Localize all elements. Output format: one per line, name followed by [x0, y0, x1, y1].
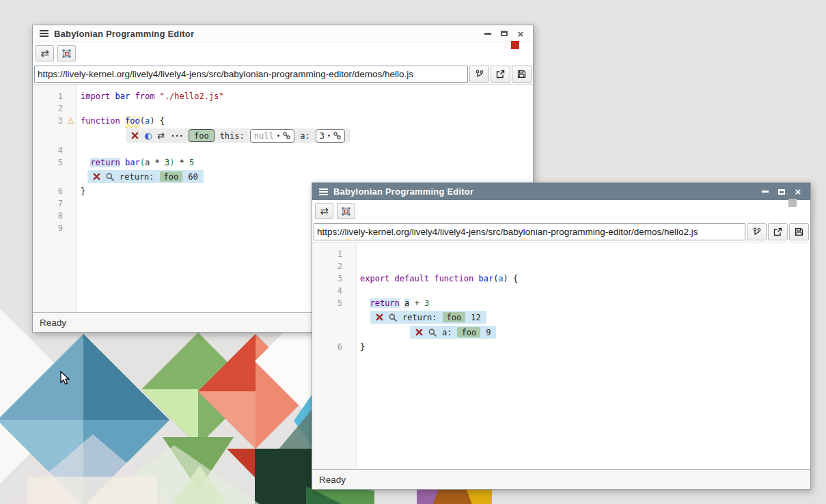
code-line[interactable]: return bar(a * 3) * 5	[77, 156, 194, 169]
inspect-probe-icon[interactable]	[389, 313, 397, 322]
chevron-down-icon: ▾	[277, 130, 280, 142]
branch-icon	[475, 70, 484, 79]
probe-example-chip[interactable]: foo	[457, 327, 480, 337]
code-line-row: 1	[312, 248, 810, 260]
code-line[interactable]: }	[356, 341, 365, 353]
example-value-dropdown[interactable]: 3▾	[316, 129, 346, 143]
link-icon[interactable]	[283, 132, 290, 139]
url-input[interactable]	[34, 66, 468, 83]
remove-probe-icon[interactable]	[415, 328, 423, 336]
status-text: Ready	[40, 318, 66, 328]
editor-window-hello2-js: Babylonian Programming Editor × ⇄ 123exp…	[312, 182, 811, 490]
save-file-button[interactable]	[512, 66, 532, 83]
example-widget-row: ◐⇄···foothis:null▾a:3▾	[33, 128, 533, 143]
code-line[interactable]: import bar from "./hello2.js"	[77, 90, 224, 102]
code-line[interactable]: }	[77, 185, 85, 197]
example-widget: ◐⇄···foothis:null▾a:3▾	[126, 128, 350, 143]
swap-arrows-icon: ⇄	[320, 206, 329, 216]
version-history-button[interactable]	[469, 66, 489, 83]
swap-arrows-icon: ⇄	[40, 48, 49, 59]
line-number: 5	[33, 156, 77, 169]
probe-value: 9	[486, 326, 491, 339]
remove-probe-icon[interactable]	[376, 313, 383, 321]
remove-probe-icon[interactable]	[93, 173, 100, 180]
probe-widget: a:foo9	[410, 326, 496, 339]
wallpaper-shape	[255, 449, 313, 504]
remove-example-icon[interactable]	[131, 132, 139, 139]
code-editor[interactable]: 123export default function bar(a) {45 re…	[312, 242, 810, 469]
code-line-row: 3⚠function foo(a) {	[33, 115, 533, 127]
example-value-dropdown[interactable]: null▾	[250, 129, 294, 143]
titlebar[interactable]: Babylonian Programming Editor ×	[312, 183, 810, 200]
probe-label: a:	[442, 326, 452, 339]
code-line[interactable]: ◐⇄···foothis:null▾a:3▾	[77, 128, 350, 143]
halo-select-button[interactable]	[337, 203, 355, 219]
open-external-button[interactable]	[491, 66, 510, 83]
probe-widget: return:foo60	[87, 170, 204, 183]
minimize-button[interactable]	[480, 27, 496, 40]
inspect-probe-icon[interactable]	[106, 173, 114, 181]
link-icon[interactable]	[333, 132, 341, 139]
code-line-row: 4	[33, 144, 533, 156]
hamburger-menu-icon[interactable]	[319, 188, 328, 195]
code-line-row: 5 return bar(a * 3) * 5	[33, 156, 533, 169]
swap-icon[interactable]: ⇄	[157, 131, 165, 140]
code-line-row: 6}	[312, 341, 810, 353]
code-line[interactable]: function foo(a) {	[77, 115, 165, 127]
code-line-row: 2	[312, 260, 810, 272]
probe-widget-row: return:foo12	[312, 311, 810, 324]
example-name-chip[interactable]: foo	[189, 129, 215, 142]
more-options-icon[interactable]: ···	[170, 130, 183, 142]
url-input[interactable]	[314, 223, 745, 240]
probe-value: 12	[471, 311, 480, 324]
line-number: 7	[33, 197, 77, 210]
halo-select-button[interactable]	[57, 45, 76, 61]
branch-icon	[752, 227, 761, 236]
status-text: Ready	[319, 475, 346, 485]
code-line-row: 1import bar from "./hello2.js"	[33, 90, 533, 102]
line-number: 1	[312, 248, 356, 260]
swap-arrows-button[interactable]: ⇄	[315, 203, 333, 219]
probe-widget-row: return:foo60	[33, 170, 533, 184]
save-file-button[interactable]	[789, 223, 809, 240]
line-number: 4	[312, 285, 356, 297]
hamburger-menu-icon[interactable]	[40, 30, 49, 37]
code-line-row: 3export default function bar(a) {	[312, 272, 810, 285]
close-button[interactable]: ×	[512, 27, 529, 40]
maximize-button[interactable]	[496, 27, 512, 40]
example-field-label: this:	[220, 130, 245, 142]
swap-arrows-button[interactable]: ⇄	[36, 45, 54, 61]
probe-widget-row: a:foo9	[312, 326, 810, 339]
url-bar	[33, 65, 533, 85]
code-line[interactable]: return:foo12	[356, 311, 486, 324]
code-line[interactable]: return:foo60	[77, 170, 204, 184]
minimize-button[interactable]	[757, 185, 773, 199]
probe-example-chip[interactable]: foo	[160, 171, 183, 182]
toggle-example-icon[interactable]: ◐	[144, 131, 152, 140]
close-button[interactable]: ×	[790, 185, 806, 199]
probe-example-chip[interactable]: foo	[443, 312, 466, 322]
code-line-row: 5 return a + 3	[312, 297, 810, 309]
code-line[interactable]: return a + 3	[356, 297, 429, 309]
titlebar[interactable]: Babylonian Programming Editor ×	[33, 25, 533, 42]
mouse-cursor	[60, 371, 71, 386]
version-history-button[interactable]	[747, 223, 767, 240]
window-title: Babylonian Programming Editor	[333, 186, 473, 197]
line-number: 3	[312, 272, 356, 285]
lint-warning-icon: ⚠	[67, 115, 74, 127]
modified-indicator	[511, 41, 519, 49]
line-number: 3⚠	[33, 115, 77, 127]
code-line[interactable]: a:foo9	[356, 326, 496, 339]
status-bar: Ready	[312, 469, 810, 489]
line-number: 8	[33, 210, 77, 222]
toolbar: ⇄	[33, 42, 533, 65]
inspect-probe-icon[interactable]	[428, 328, 437, 337]
open-external-button[interactable]	[768, 223, 788, 240]
code-line[interactable]: export default function bar(a) {	[356, 272, 518, 285]
save-icon	[795, 227, 803, 236]
code-line-row: 4	[312, 285, 810, 297]
dropdown-value: 3	[320, 130, 325, 142]
maximize-button[interactable]	[773, 185, 790, 199]
dropdown-value: null	[254, 130, 274, 142]
line-number: 5	[312, 297, 356, 309]
